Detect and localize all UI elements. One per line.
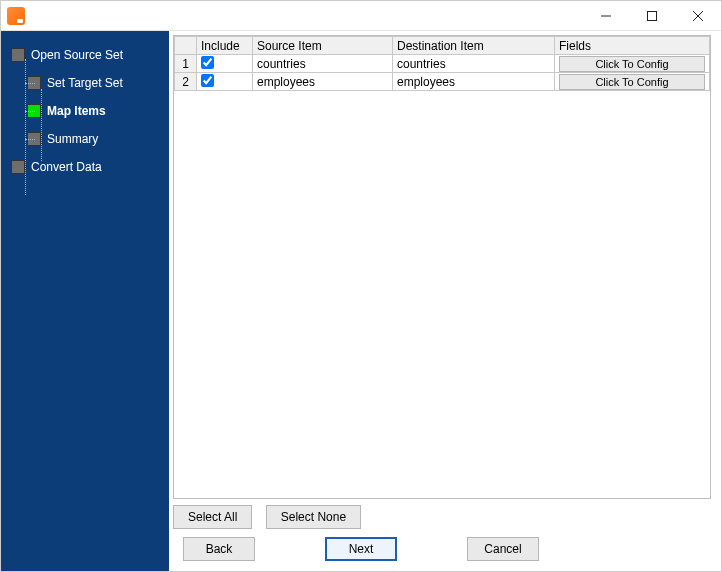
select-all-button[interactable]: Select All <box>173 505 252 529</box>
select-none-button[interactable]: Select None <box>266 505 361 529</box>
sidebar-item-map-items[interactable]: Map Items <box>9 97 169 125</box>
grid-header-fields[interactable]: Fields <box>555 37 710 55</box>
sidebar-item-summary[interactable]: Summary <box>9 125 169 153</box>
include-checkbox[interactable] <box>201 74 214 87</box>
source-item-cell[interactable]: employees <box>253 73 393 91</box>
table-row[interactable]: 2 employees employees Click To Config <box>175 73 710 91</box>
main-panel: Include Source Item Destination Item Fie… <box>169 31 721 571</box>
wizard-sidebar: Open Source Set Set Target Set Map Items… <box>1 31 169 571</box>
close-button[interactable] <box>675 1 721 31</box>
cancel-button[interactable]: Cancel <box>467 537 539 561</box>
row-number: 1 <box>175 55 197 73</box>
step-box-icon <box>27 76 41 90</box>
destination-item-cell[interactable]: employees <box>393 73 555 91</box>
titlebar <box>1 1 721 31</box>
grid-header-source[interactable]: Source Item <box>253 37 393 55</box>
sidebar-item-label: Convert Data <box>31 160 102 174</box>
sidebar-item-label: Map Items <box>47 104 106 118</box>
minimize-button[interactable] <box>583 1 629 31</box>
source-item-cell[interactable]: countries <box>253 55 393 73</box>
items-grid: Include Source Item Destination Item Fie… <box>173 35 711 499</box>
grid-corner <box>175 37 197 55</box>
sidebar-item-convert-data[interactable]: Convert Data <box>9 153 169 181</box>
grid-header-destination[interactable]: Destination Item <box>393 37 555 55</box>
grid-header-include[interactable]: Include <box>197 37 253 55</box>
maximize-button[interactable] <box>629 1 675 31</box>
destination-item-cell[interactable]: countries <box>393 55 555 73</box>
include-checkbox[interactable] <box>201 56 214 69</box>
sidebar-item-label: Set Target Set <box>47 76 123 90</box>
step-box-icon <box>11 48 25 62</box>
sidebar-item-label: Open Source Set <box>31 48 123 62</box>
sidebar-item-set-target-set[interactable]: Set Target Set <box>9 69 169 97</box>
next-button[interactable]: Next <box>325 537 397 561</box>
row-number: 2 <box>175 73 197 91</box>
step-box-icon <box>27 104 41 118</box>
click-to-config-button[interactable]: Click To Config <box>559 74 705 90</box>
svg-rect-1 <box>648 11 657 20</box>
step-box-icon <box>27 132 41 146</box>
back-button[interactable]: Back <box>183 537 255 561</box>
step-box-icon <box>11 160 25 174</box>
sidebar-item-open-source-set[interactable]: Open Source Set <box>9 41 169 69</box>
sidebar-item-label: Summary <box>47 132 98 146</box>
app-icon <box>7 7 25 25</box>
table-row[interactable]: 1 countries countries Click To Config <box>175 55 710 73</box>
window-controls <box>583 1 721 31</box>
click-to-config-button[interactable]: Click To Config <box>559 56 705 72</box>
